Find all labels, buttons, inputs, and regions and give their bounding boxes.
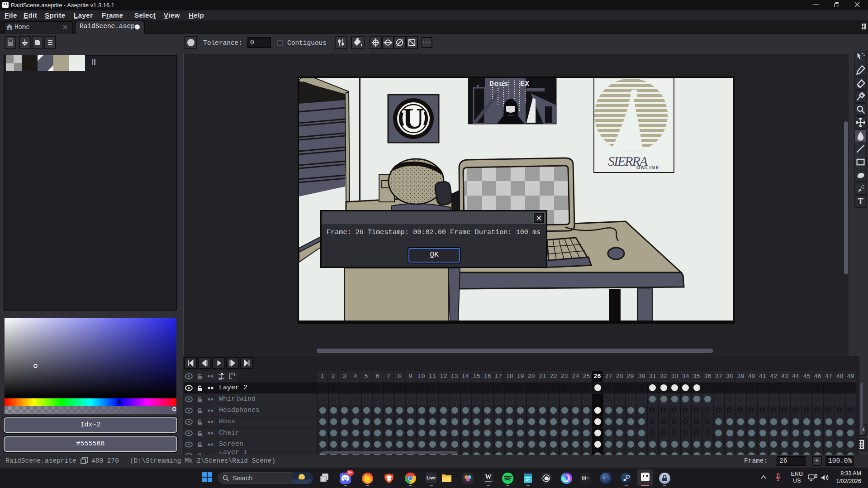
svg-text:U: U bbox=[403, 102, 424, 135]
svg-text:Deus: Deus bbox=[489, 80, 508, 88]
svg-text:EX: EX bbox=[520, 80, 530, 88]
svg-text:ONLINE: ONLINE bbox=[636, 165, 659, 170]
svg-text:T: T bbox=[858, 197, 863, 206]
